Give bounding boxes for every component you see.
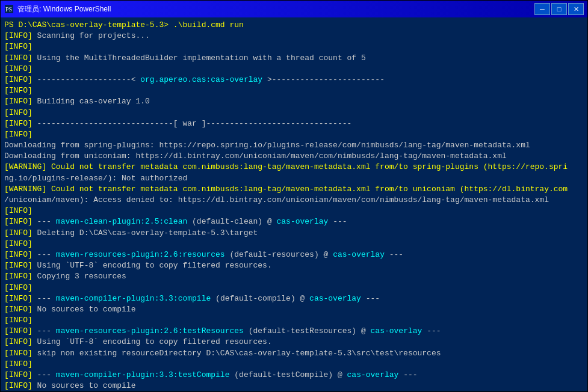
window-controls: ─ □ ✕ bbox=[534, 3, 584, 15]
minimize-button[interactable]: ─ bbox=[534, 3, 550, 15]
restore-button[interactable]: □ bbox=[551, 3, 567, 15]
svg-text:PS: PS bbox=[5, 6, 12, 13]
window-title: 管理员: Windows PowerShell bbox=[17, 4, 534, 14]
window-icon: PS bbox=[4, 4, 14, 14]
console-output: PS D:\CAS\cas-overlay-template-5.3> .\bu… bbox=[1, 17, 587, 391]
powershell-window: PS 管理员: Windows PowerShell ─ □ ✕ PS D:\C… bbox=[0, 0, 588, 392]
prompt-line: PS D:\CAS\cas-overlay-template-5.3> .\bu… bbox=[4, 20, 584, 31]
close-button[interactable]: ✕ bbox=[568, 3, 584, 15]
title-bar: PS 管理员: Windows PowerShell ─ □ ✕ bbox=[1, 1, 587, 17]
